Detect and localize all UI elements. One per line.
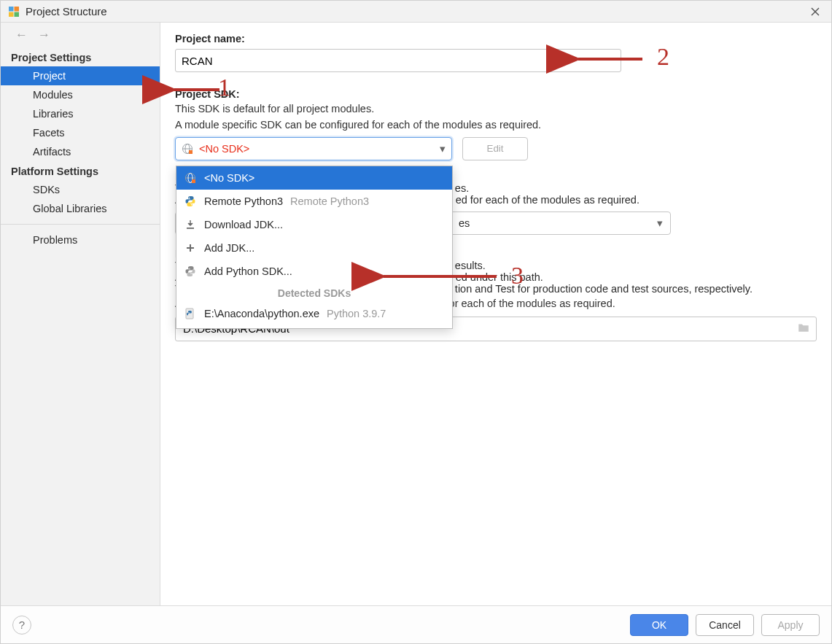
- dd-item-sub: Remote Python3: [290, 195, 369, 207]
- sidebar-item-label: Libraries: [33, 108, 74, 120]
- sidebar: ← → Project Settings Project Modules Lib…: [1, 23, 160, 605]
- python-icon: [184, 195, 197, 208]
- sidebar-item-label: Modules: [33, 89, 73, 101]
- dd-item-label: <No SDK>: [204, 172, 254, 184]
- folder-icon[interactable]: [797, 321, 810, 336]
- edit-sdk-button[interactable]: Edit: [462, 137, 528, 160]
- dd-section-detected: Detected SDKs: [176, 283, 452, 302]
- apply-label: Apply: [777, 619, 803, 631]
- dd-item-add-jdk[interactable]: Add JDK...: [176, 236, 452, 260]
- cancel-label: Cancel: [709, 619, 741, 631]
- ok-label: OK: [652, 619, 666, 631]
- lang-combo-tail: es: [459, 217, 470, 229]
- dd-item-no-sdk[interactable]: <No SDK>: [176, 166, 452, 190]
- sidebar-item-label: Problems: [33, 234, 77, 246]
- nav-back[interactable]: ←: [15, 28, 28, 42]
- help-icon: ?: [19, 618, 25, 631]
- project-sdk-label: Project SDK:: [175, 88, 817, 100]
- sdk-desc-1: This SDK is default for all project modu…: [175, 101, 817, 116]
- sidebar-item-modules[interactable]: Modules: [1, 85, 160, 104]
- sidebar-item-label: Artifacts: [33, 146, 71, 158]
- project-sdk-combo[interactable]: <No SDK> ▾: [175, 137, 452, 160]
- nav-arrows: ← →: [1, 23, 160, 47]
- dd-item-sub: Python 3.9.7: [327, 308, 386, 319]
- globe-icon: [184, 171, 197, 185]
- svg-rect-0: [9, 7, 14, 12]
- edit-button-label: Edit: [487, 143, 504, 154]
- app-icon: [8, 6, 20, 18]
- sidebar-item-label: Facets: [33, 127, 65, 139]
- svg-rect-3: [15, 12, 20, 17]
- sidebar-item-facets[interactable]: Facets: [1, 123, 160, 142]
- nav-forward[interactable]: →: [38, 28, 50, 42]
- apply-button[interactable]: Apply: [761, 614, 820, 636]
- sdk-desc-2: A module specific SDK can be configured …: [175, 117, 817, 132]
- dd-item-label: Remote Python3: [204, 195, 283, 207]
- close-icon: [811, 7, 820, 16]
- svg-rect-13: [192, 179, 195, 183]
- section-platform-settings: Platform Settings: [1, 161, 160, 180]
- sidebar-item-libraries[interactable]: Libraries: [1, 104, 160, 123]
- main-panel: Project name: Project SDK: This SDK is d…: [160, 23, 831, 605]
- sidebar-item-label: SDKs: [33, 184, 60, 195]
- help-button[interactable]: ?: [12, 616, 31, 635]
- dd-item-label: Add JDK...: [204, 242, 254, 254]
- window-title: Project Structure: [26, 5, 107, 18]
- sidebar-item-sdks[interactable]: SDKs: [1, 180, 160, 199]
- sidebar-item-label: Global Libraries: [33, 203, 107, 214]
- sdk-combo-text: <No SDK>: [199, 143, 249, 155]
- sidebar-item-project[interactable]: Project: [1, 66, 160, 85]
- chevron-down-icon: ▾: [440, 143, 446, 155]
- dd-item-label: Add Python SDK...: [204, 265, 292, 277]
- ok-button[interactable]: OK: [630, 614, 688, 636]
- download-icon: [184, 218, 197, 231]
- project-name-input[interactable]: [175, 49, 621, 72]
- svg-rect-14: [187, 228, 194, 229]
- dd-item-download-jdk[interactable]: Download JDK...: [176, 213, 452, 236]
- python-add-icon: [184, 265, 197, 278]
- python-file-icon: [184, 307, 197, 320]
- titlebar: Project Structure: [1, 1, 831, 23]
- svg-rect-2: [9, 12, 14, 17]
- sidebar-item-label: Project: [33, 70, 66, 82]
- section-project-settings: Project Settings: [1, 47, 160, 66]
- close-button[interactable]: [805, 1, 825, 22]
- dd-item-detected-anaconda[interactable]: E:\Anaconda\python.exe Python 3.9.7: [176, 302, 452, 325]
- sidebar-item-global-libraries[interactable]: Global Libraries: [1, 199, 160, 218]
- chevron-down-icon: ▾: [657, 217, 663, 229]
- sdk-dropdown: <No SDK> Remote Python3 Remote Python3: [176, 166, 453, 329]
- svg-rect-1: [15, 7, 20, 12]
- sidebar-item-artifacts[interactable]: Artifacts: [1, 142, 160, 161]
- add-icon: [184, 241, 197, 255]
- dd-item-remote-python[interactable]: Remote Python3 Remote Python3: [176, 190, 452, 213]
- footer: ? OK Cancel Apply: [1, 605, 831, 643]
- svg-rect-9: [189, 150, 193, 154]
- globe-icon: [182, 143, 193, 155]
- sidebar-divider: [1, 224, 160, 225]
- sidebar-item-problems[interactable]: Problems: [1, 230, 160, 249]
- dd-item-add-python-sdk[interactable]: Add Python SDK...: [176, 260, 452, 283]
- cancel-button[interactable]: Cancel: [696, 614, 754, 636]
- svg-rect-16: [187, 247, 194, 249]
- dd-item-label: E:\Anaconda\python.exe: [204, 308, 319, 319]
- dd-item-label: Download JDK...: [204, 219, 283, 230]
- project-name-label: Project name:: [175, 33, 817, 44]
